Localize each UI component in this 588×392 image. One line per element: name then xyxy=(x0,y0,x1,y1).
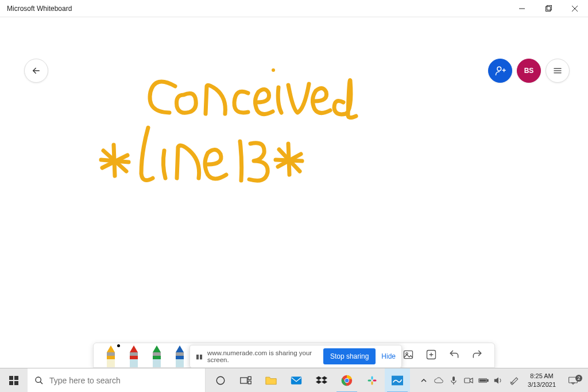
task-view-icon xyxy=(240,376,252,385)
folder-icon xyxy=(265,375,277,386)
whiteboard-icon xyxy=(392,375,403,386)
dropbox-app[interactable] xyxy=(309,368,334,393)
file-explorer-app[interactable] xyxy=(258,368,284,393)
svg-rect-53 xyxy=(368,379,372,381)
svg-marker-13 xyxy=(107,345,115,352)
clock-time: 8:25 AM xyxy=(530,372,553,380)
pen-red[interactable] xyxy=(122,343,145,367)
taskbar-pinned-apps xyxy=(206,368,410,392)
svg-marker-64 xyxy=(494,377,498,383)
task-view-button[interactable] xyxy=(233,368,258,393)
plus-square-icon xyxy=(425,349,437,360)
redo-icon xyxy=(471,349,483,360)
search-placeholder: Type here to search xyxy=(49,376,121,385)
svg-marker-25 xyxy=(176,345,184,352)
svg-marker-47 xyxy=(316,380,322,384)
svg-rect-54 xyxy=(372,381,373,385)
svg-point-12 xyxy=(272,68,275,72)
battery-icon xyxy=(478,377,489,384)
dropbox-icon xyxy=(316,375,327,386)
pen-blue[interactable] xyxy=(168,343,191,367)
svg-rect-62 xyxy=(488,379,489,381)
svg-rect-27 xyxy=(176,356,184,359)
svg-rect-14 xyxy=(107,352,115,356)
pen-green[interactable] xyxy=(145,343,168,367)
meet-now-tray[interactable] xyxy=(461,368,476,393)
svg-rect-59 xyxy=(465,378,470,383)
svg-rect-1 xyxy=(546,7,550,11)
svg-rect-34 xyxy=(9,376,13,380)
svg-rect-41 xyxy=(241,378,247,383)
system-tray: 8:25 AM 3/13/2021 2 xyxy=(416,368,588,392)
chrome-icon xyxy=(341,375,353,386)
svg-line-39 xyxy=(40,382,42,384)
undo-icon xyxy=(448,349,460,360)
svg-point-51 xyxy=(345,378,349,382)
svg-marker-66 xyxy=(572,383,575,384)
svg-rect-26 xyxy=(176,352,184,356)
maximize-button[interactable] xyxy=(535,0,562,17)
close-button[interactable] xyxy=(562,0,588,17)
svg-marker-60 xyxy=(470,378,473,383)
input-tray[interactable] xyxy=(506,368,523,393)
taskbar-clock[interactable]: 8:25 AM 3/13/2021 xyxy=(523,372,560,389)
volume-tray[interactable] xyxy=(491,368,506,393)
slack-icon xyxy=(367,375,377,386)
show-hidden-icons[interactable] xyxy=(416,368,431,393)
cloud-icon xyxy=(434,377,443,384)
cortana-icon xyxy=(215,375,226,386)
microphone-tray[interactable] xyxy=(446,368,461,393)
svg-rect-28 xyxy=(176,359,184,367)
mail-icon xyxy=(291,376,302,385)
svg-rect-23 xyxy=(153,356,161,359)
hide-share-bar-button[interactable]: Hide xyxy=(381,352,396,360)
svg-rect-20 xyxy=(130,359,138,367)
pause-share-button[interactable]: ▮▮ xyxy=(196,353,203,360)
action-center-button[interactable]: 2 xyxy=(560,376,586,385)
ink-strokes xyxy=(0,17,588,368)
cortana-button[interactable] xyxy=(208,368,233,393)
svg-rect-55 xyxy=(373,379,377,381)
battery-tray[interactable] xyxy=(476,368,491,393)
svg-rect-44 xyxy=(291,376,301,384)
redo-button[interactable] xyxy=(466,343,489,367)
window-controls xyxy=(509,0,588,17)
svg-rect-57 xyxy=(452,376,455,381)
add-button[interactable] xyxy=(420,343,443,367)
undo-button[interactable] xyxy=(443,343,466,367)
clock-date: 3/13/2021 xyxy=(528,381,556,389)
chevron-up-icon xyxy=(421,378,427,383)
minimize-button[interactable] xyxy=(509,0,535,17)
svg-rect-16 xyxy=(107,359,115,367)
image-icon xyxy=(403,349,414,360)
share-status-text: www.numerade.com is sharing your screen. xyxy=(207,349,323,363)
slack-app[interactable] xyxy=(359,368,385,393)
svg-rect-29 xyxy=(404,351,413,358)
chrome-app[interactable] xyxy=(334,368,359,393)
mic-icon xyxy=(450,376,457,385)
svg-rect-19 xyxy=(130,356,138,359)
taskbar-search[interactable]: Type here to search xyxy=(28,368,206,392)
mail-app[interactable] xyxy=(284,368,309,393)
svg-rect-35 xyxy=(14,376,18,380)
stop-sharing-button[interactable]: Stop sharing xyxy=(323,348,376,364)
start-button[interactable] xyxy=(0,368,28,392)
svg-rect-63 xyxy=(480,379,486,381)
svg-marker-17 xyxy=(130,345,138,352)
svg-rect-18 xyxy=(130,352,138,356)
onedrive-tray[interactable] xyxy=(431,368,446,393)
pen-yellow[interactable] xyxy=(99,343,122,367)
svg-rect-42 xyxy=(248,376,251,379)
whiteboard-app[interactable] xyxy=(385,368,410,393)
svg-rect-36 xyxy=(9,381,13,385)
pen-input-icon xyxy=(509,376,520,385)
screen-share-bar: ▮▮ www.numerade.com is sharing your scre… xyxy=(189,345,402,368)
svg-rect-15 xyxy=(107,356,115,359)
svg-marker-46 xyxy=(322,376,327,380)
whiteboard-canvas[interactable]: BS xyxy=(0,17,588,368)
svg-point-38 xyxy=(36,377,41,382)
window-title: Microsoft Whiteboard xyxy=(7,5,72,13)
speaker-icon xyxy=(494,376,503,385)
notification-count: 2 xyxy=(575,375,582,382)
svg-rect-37 xyxy=(14,381,18,385)
